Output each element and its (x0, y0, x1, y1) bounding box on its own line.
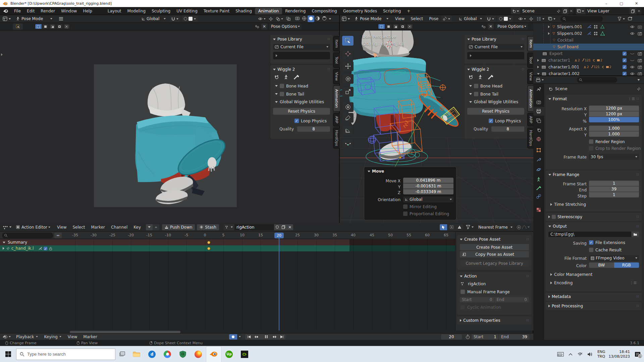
cyclic-animation-label[interactable]: Cyclic Animation (467, 305, 501, 309)
keyframe[interactable] (207, 247, 210, 250)
keyframe[interactable] (207, 241, 210, 244)
global-wiggle-utilities[interactable]: Global Wiggle Utilities (474, 100, 518, 104)
reset-physics-button[interactable]: Reset Physics (273, 108, 330, 115)
tab-scripting[interactable]: Scripting (380, 9, 404, 13)
taskbar-app-firefox[interactable] (191, 346, 206, 362)
crop-label[interactable]: Crop to Render Region (595, 146, 641, 150)
pose-library-source-dropdown[interactable]: Current File (273, 44, 330, 50)
output-title[interactable]: Output (553, 224, 567, 228)
auto-key-button[interactable] (229, 334, 237, 340)
bone-head-label[interactable]: Bone Head (286, 84, 308, 88)
post-processing-title[interactable]: Post Processing (552, 304, 583, 308)
metadata-panel[interactable]: Metadata∷ (546, 293, 642, 301)
menu-pose[interactable]: Pose (426, 17, 441, 21)
tab-render[interactable] (536, 100, 541, 105)
copy-action-button[interactable] (280, 224, 287, 230)
file-extensions-checkbox[interactable] (589, 240, 593, 245)
menu-help[interactable]: Help (80, 9, 95, 13)
start-frame-field[interactable]: Start1 (472, 334, 498, 340)
unlink-action-button[interactable]: ✕ (287, 224, 293, 230)
tray-chevron-up[interactable] (569, 353, 573, 356)
task-view-button[interactable] (115, 346, 129, 362)
resolution-x-field[interactable]: 1200 px (589, 106, 639, 111)
tool-rotate[interactable] (342, 74, 354, 84)
menu-key[interactable]: Key (130, 225, 144, 229)
post-processing-panel[interactable]: Post Processing∷ (546, 302, 642, 310)
editor-type-button[interactable] (342, 16, 350, 21)
loop-physics-checkbox[interactable] (294, 119, 299, 123)
snap-badge-icon[interactable] (255, 24, 259, 29)
sidebar-tab-hardops[interactable]: HardOps (333, 128, 340, 148)
sidebar-tab-arp[interactable]: ARP (527, 113, 534, 126)
tab-compositing[interactable]: Compositing (309, 9, 340, 13)
tab-add-workspace[interactable]: + (404, 9, 413, 13)
new-view-layer-button[interactable] (630, 8, 636, 14)
tool-annotate[interactable] (342, 113, 354, 123)
tab-tool[interactable] (536, 86, 541, 91)
tab-object-data[interactable] (536, 177, 541, 182)
outliner-row[interactable]: ▽ Slippers.001 (533, 23, 644, 30)
frame-start-field[interactable]: 1 (589, 181, 639, 186)
tab-texture-paint[interactable]: Texture Paint (201, 9, 232, 13)
bone-tail-checkbox[interactable] (280, 92, 284, 96)
auto-key-dropdown[interactable] (237, 334, 242, 340)
select-mode-box[interactable] (385, 24, 392, 29)
stereoscopy-title[interactable]: Stereoscopy (557, 215, 582, 219)
tool-select-box[interactable] (342, 36, 354, 46)
tray-network-icon[interactable] (577, 352, 583, 356)
action-panel-title[interactable]: Action (464, 274, 477, 278)
tool-move[interactable] (342, 61, 354, 71)
stereoscopy-panel[interactable]: Stereoscopy∷ (546, 213, 642, 221)
select-mode-lasso[interactable] (399, 24, 406, 29)
tab-sculpting[interactable]: Sculpting (149, 9, 173, 13)
xray-toggle[interactable] (286, 17, 290, 21)
wiggle-armature-icon[interactable] (478, 75, 483, 79)
gizmos-toggle[interactable] (529, 17, 533, 21)
breadcrumb-scene[interactable]: Scene (555, 87, 568, 91)
collection-checkbox[interactable] (623, 72, 627, 76)
cyclic-animation-checkbox[interactable] (461, 305, 465, 309)
pose-options-dropdown[interactable]: Pose Options (496, 23, 528, 29)
filter-button[interactable] (466, 225, 474, 229)
wiggle-scene-icon[interactable] (468, 75, 473, 79)
bone-tail-label[interactable]: Bone Tail (480, 92, 498, 96)
frame-step-field[interactable]: 1 (589, 192, 639, 197)
menu-file[interactable]: File (11, 9, 24, 13)
metadata-title[interactable]: Metadata (552, 295, 571, 299)
clear-tool-button[interactable]: ✕ (261, 23, 267, 29)
push-down-button[interactable]: Push Down (162, 224, 195, 230)
properties-options[interactable] (637, 79, 640, 81)
clear-tool-button[interactable]: ✕ (488, 23, 494, 29)
hide-icon[interactable] (630, 25, 635, 28)
tab-bone[interactable] (536, 186, 541, 190)
tab-object[interactable] (536, 148, 541, 153)
render-region-label[interactable]: Render Region (595, 140, 625, 144)
color-rgb-button[interactable]: RGB (614, 262, 639, 268)
manual-frame-range-checkbox[interactable] (461, 290, 465, 294)
sidebar-tab-animation[interactable]: Animation (333, 85, 340, 112)
sidebar-tab-view[interactable]: View (333, 69, 340, 84)
pose-library-title[interactable]: Pose Library (472, 37, 496, 41)
outliner-row-selected[interactable]: ▽ Surf board (533, 44, 644, 50)
hide-icon[interactable] (630, 32, 635, 35)
custom-properties-title[interactable]: Custom Properties (463, 318, 500, 322)
camera-icon[interactable] (638, 65, 642, 69)
frame-end-field[interactable]: 39 (589, 186, 639, 192)
show-hidden-toggle[interactable] (448, 224, 455, 230)
lock-icon[interactable] (49, 247, 52, 250)
taskbar-app-folder[interactable] (129, 346, 144, 362)
falloff-dropdown[interactable] (522, 225, 530, 229)
move-y-field[interactable]: -0.001631 m (403, 183, 453, 189)
tray-date[interactable]: 13/08/2023 (609, 355, 630, 358)
frame-rate-dropdown[interactable]: 30 fps (589, 154, 639, 160)
stereoscopy-checkbox[interactable] (552, 215, 556, 219)
taskbar-app-upwork[interactable]: Up (221, 346, 237, 362)
channel-enable-checkbox[interactable] (44, 247, 47, 250)
notification-center[interactable]: 6 (635, 352, 641, 357)
transform-orientation-dropdown[interactable]: Global (457, 16, 484, 22)
taskbar-app-blender[interactable] (206, 346, 221, 362)
shading-dropdown[interactable] (329, 18, 331, 19)
action-down-button[interactable] (146, 224, 153, 230)
shading-rendered[interactable] (321, 15, 328, 22)
frame-range-title[interactable]: Frame Range (553, 173, 579, 177)
